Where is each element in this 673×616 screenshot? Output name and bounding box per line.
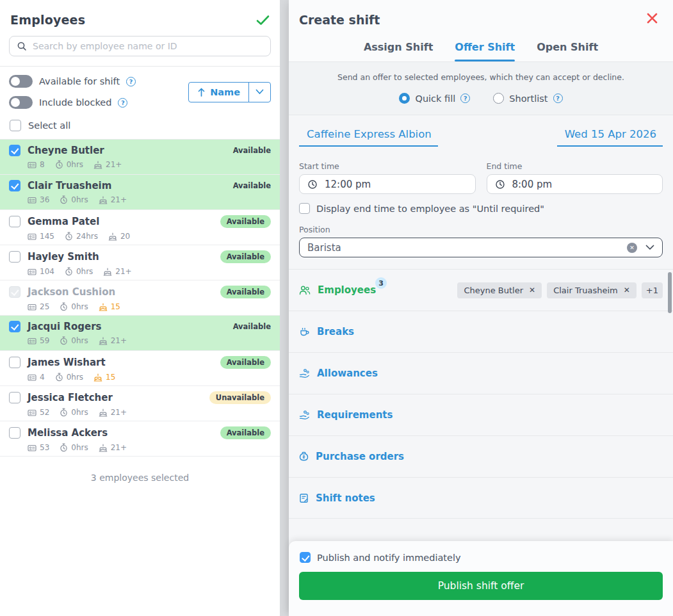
sort-dropdown-button[interactable] [249, 83, 270, 102]
shifts-count-stat: 59 [28, 336, 49, 345]
shortlist-option[interactable]: Shortlist [493, 93, 562, 104]
tab-open-shift[interactable]: Open Shift [537, 41, 598, 61]
confirm-check-icon[interactable] [256, 15, 270, 26]
end-time-value: 8:00 pm [512, 179, 553, 190]
section-header: Requirements [299, 409, 393, 421]
help-icon[interactable] [460, 93, 470, 103]
employee-row[interactable]: Cheyne ButlerAvailable80hrs21+ [0, 140, 280, 175]
employee-checkbox[interactable] [9, 251, 20, 263]
employee-row[interactable]: Gemma PatelAvailable14524hrs20 [0, 210, 280, 245]
tab-assign-shift[interactable]: Assign Shift [364, 41, 433, 61]
help-icon[interactable] [126, 77, 136, 86]
employee-checkbox[interactable] [9, 321, 20, 332]
employee-checkbox[interactable] [9, 180, 20, 191]
cake-icon [99, 196, 108, 204]
employee-chip[interactable]: Clair Truasheim✕ [547, 282, 637, 298]
availability-badge: Available [220, 215, 271, 228]
help-icon[interactable] [118, 98, 127, 108]
stopwatch-icon [60, 336, 68, 345]
employees-section[interactable]: Employees 3 Cheyne Butler✕Clair Truashei… [289, 269, 673, 311]
coffee-cup-icon [299, 327, 310, 337]
available-for-shift-toggle[interactable] [9, 75, 33, 88]
employee-row[interactable]: Jessica FletcherUnavailable520hrs21+ [0, 386, 280, 421]
quick-fill-label: Quick fill [415, 93, 455, 104]
id-card-icon [28, 232, 36, 241]
employee-checkbox[interactable] [9, 145, 20, 156]
employee-checkbox[interactable] [9, 357, 20, 368]
employee-stats: 530hrs21+ [28, 443, 271, 452]
start-time-input[interactable]: 12:00 pm [299, 174, 476, 194]
stopwatch-icon [60, 443, 68, 452]
employee-checkbox[interactable] [9, 427, 20, 439]
end-time-input[interactable]: 8:00 pm [487, 174, 663, 194]
sort-button[interactable]: Name [188, 82, 271, 102]
section-header: Purchase orders [299, 451, 404, 462]
id-card-icon [28, 444, 36, 452]
employee-chips: Cheyne Butler✕Clair Truasheim✕+1 [457, 282, 663, 298]
employee-stats: 40hrs15 [28, 373, 271, 382]
quick-fill-option[interactable]: Quick fill [399, 93, 470, 104]
quick-fill-radio[interactable] [399, 93, 410, 104]
stopwatch-icon [55, 160, 63, 169]
publish-notify-checkbox[interactable] [300, 552, 311, 563]
publish-row[interactable]: Publish and notify immediately [300, 552, 663, 563]
section-breaks[interactable]: Breaks [289, 311, 673, 352]
close-icon[interactable] [645, 12, 659, 25]
clear-position-icon[interactable] [627, 243, 637, 253]
stopwatch-icon [60, 195, 68, 204]
scrollbar-thumb[interactable] [668, 272, 672, 313]
section-allowances[interactable]: Allowances [289, 352, 673, 394]
tab-offer-shift[interactable]: Offer Shift [455, 41, 515, 61]
include-blocked-toggle[interactable] [9, 96, 33, 109]
employee-search[interactable] [9, 36, 271, 56]
stopwatch-icon [60, 408, 68, 417]
employee-row[interactable]: Hayley SmithAvailable1040hrs21+ [0, 245, 280, 280]
shifts-count-stat: 52 [28, 408, 49, 417]
employee-row[interactable]: Jackson CushionAvailable250hrs15 [0, 280, 280, 316]
id-card-icon [28, 303, 36, 311]
employee-checkbox[interactable] [9, 392, 20, 403]
chevron-down-icon[interactable] [645, 245, 654, 250]
start-time-value: 12:00 pm [325, 179, 371, 190]
employee-stats: 360hrs21+ [28, 195, 271, 204]
employee-chip[interactable]: Cheyne Butler✕ [457, 282, 542, 298]
stopwatch-icon [65, 232, 73, 241]
remove-chip-icon[interactable]: ✕ [529, 286, 535, 295]
help-icon[interactable] [553, 93, 563, 103]
more-employees-chip[interactable]: +1 [642, 282, 663, 298]
employee-row[interactable]: Clair TruasheimAvailable360hrs21+ [0, 175, 280, 210]
employee-row[interactable]: Melissa AckersAvailable530hrs21+ [0, 421, 280, 457]
section-header: Breaks [299, 326, 354, 337]
availability-badge: Available [233, 146, 271, 155]
location-field[interactable]: Caffeine Express Albion [299, 128, 438, 147]
section-requirements[interactable]: Requirements [289, 394, 673, 435]
employees-panel-title: Employees [10, 13, 85, 27]
employee-chip-label: Cheyne Butler [464, 286, 523, 295]
hours-stat: 24hrs [65, 232, 98, 241]
age-stat: 21+ [99, 443, 127, 452]
publish-shift-offer-button[interactable]: Publish shift offer [299, 572, 663, 600]
cake-icon [99, 444, 108, 452]
section-purchase-orders[interactable]: Purchase orders [289, 435, 673, 477]
until-required-row[interactable]: Display end time to employee as "Until r… [299, 203, 663, 214]
age-stat: 21+ [103, 267, 131, 276]
select-all-checkbox[interactable] [10, 120, 21, 131]
employees-icon [299, 285, 311, 295]
availability-badge: Available [220, 250, 271, 263]
position-select[interactable]: Barista [299, 238, 663, 257]
select-all-row[interactable]: Select all [0, 111, 280, 139]
end-time-label: End time [487, 161, 663, 171]
include-blocked-label: Include blocked [39, 97, 111, 108]
employee-name: Jackson Cushion [28, 286, 115, 298]
collapsible-sections: BreaksAllowancesRequirementsPurchase ord… [289, 311, 673, 519]
section-shift-notes[interactable]: Shift notes [289, 477, 673, 519]
date-field[interactable]: Wed 15 Apr 2026 [557, 128, 663, 147]
employee-row[interactable]: Jacqui RogersAvailable590hrs21+ [0, 316, 280, 351]
remove-chip-icon[interactable]: ✕ [624, 286, 630, 295]
shortlist-radio[interactable] [493, 93, 504, 104]
sort-direction-icon [197, 88, 206, 97]
until-required-checkbox[interactable] [299, 203, 310, 214]
employee-row[interactable]: James WishartAvailable40hrs15 [0, 351, 280, 386]
search-input[interactable] [33, 41, 263, 51]
employee-checkbox[interactable] [9, 216, 20, 227]
